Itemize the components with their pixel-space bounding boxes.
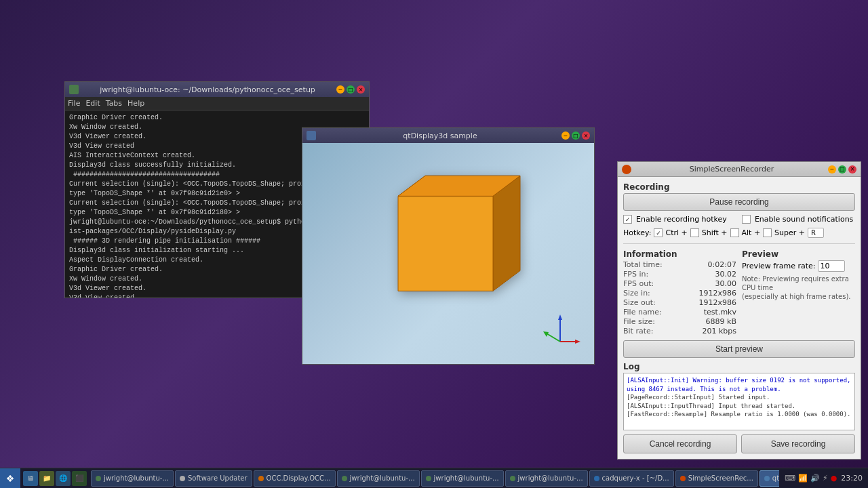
taskbar-app-qtdisplay[interactable]: qtDisplay3d sam... (760, 470, 779, 487)
ssr-preview-rate-row: Preview frame rate: 10 (742, 260, 855, 272)
ssr-close-btn[interactable]: × (848, 165, 856, 174)
desktop: jwright@lubuntu-oce: ~/Downloads/pythono… (0, 0, 868, 488)
ssr-minimize-btn[interactable]: ─ (828, 165, 836, 174)
viewer-window-buttons: ─ □ × (561, 131, 590, 140)
ssr-app-icon (622, 165, 631, 174)
taskbar-sys-icons: ⌨ 📶 🔊 ⚡ ● (785, 474, 837, 483)
taskbar-app-cadquery-label: cadquery-x - [~/D... (602, 474, 669, 482)
ssr-bottom-buttons: Cancel recording Save recording (623, 434, 855, 453)
taskbar-app-terminal2[interactable]: jwright@lubuntu-... (337, 470, 420, 487)
ssr-size-in-value: 1912x986 (699, 289, 737, 298)
taskbar-app-terminal4-icon (510, 476, 515, 481)
ssr-enable-hotkey-label: Enable recording hotkey (636, 215, 727, 224)
taskbar-app-terminal1[interactable]: jwright@lubuntu-... (91, 470, 174, 487)
ssr-log-label: Log (623, 362, 855, 371)
taskbar-app-ssr[interactable]: SimpleScreenRec... (675, 470, 758, 487)
ssr-file-name-label: File name: (623, 308, 662, 317)
taskbar-app-occ[interactable]: OCC.Display.OCC... (254, 470, 336, 487)
ssr-total-time-label: Total time: (623, 260, 663, 269)
taskbar-network-icon: 📶 (798, 474, 808, 483)
ssr-preview-rate-label: Preview frame rate: (742, 262, 815, 270)
terminal-close-btn[interactable]: × (357, 85, 365, 94)
terminal-menu-help[interactable]: Help (127, 99, 144, 108)
viewer-minimize-btn[interactable]: ─ (561, 131, 570, 140)
ssr-log-line-3: [ALSAInput::InputThread] Input thread st… (627, 402, 852, 411)
ssr-preview-note: Note: Previewing requires extra CPU time… (742, 274, 855, 301)
ssr-bit-rate-label: Bit rate: (623, 327, 653, 336)
terminal-icon (69, 85, 79, 94)
taskbar-app-terminal4[interactable]: jwright@lubuntu-... (505, 470, 588, 487)
taskbar-app-ssr-label: SimpleScreenRec... (688, 474, 753, 482)
ssr-preview-label: Preview (742, 249, 855, 259)
ssr-size-out-value: 1912x986 (699, 298, 737, 307)
ssr-size-out-row: Size out: 1912x986 (623, 298, 736, 307)
ssr-fps-out-value: 30.00 (715, 279, 737, 288)
taskbar-app-qtdisplay-label: qtDisplay3d sam... (772, 474, 779, 482)
viewer-maximize-btn[interactable]: □ (572, 131, 580, 140)
terminal-titlebar[interactable]: jwright@lubuntu-oce: ~/Downloads/pythono… (65, 82, 369, 97)
ssr-start-preview-button[interactable]: Start preview (623, 340, 855, 358)
taskbar-app-cadquery[interactable]: cadquery-x - [~/D... (589, 470, 674, 487)
ssr-alt-checkbox[interactable] (730, 228, 739, 237)
taskbar-app-terminal3[interactable]: jwright@lubuntu-... (421, 470, 504, 487)
ssr-log-line-1: [ALSAInput::Init] Warning: buffer size 0… (627, 376, 852, 393)
ssr-shift-checkbox[interactable] (690, 228, 699, 237)
ssr-window-buttons: ─ □ × (828, 165, 856, 174)
ssr-maximize-btn[interactable]: □ (838, 165, 846, 174)
taskbar-app-updater-icon (180, 476, 185, 481)
ssr-window: SimpleScreenRecorder ─ □ × Recording Pau… (617, 161, 861, 460)
viewer-close-btn[interactable]: × (582, 131, 590, 140)
taskbar-app-ssr-icon (680, 476, 686, 481)
ssr-size-in-row: Size in: 1912x986 (623, 289, 736, 298)
taskbar-app-updater[interactable]: Software Updater (175, 470, 252, 487)
terminal-minimize-btn[interactable]: ─ (336, 85, 344, 94)
taskbar-time: 23:20 (841, 474, 863, 483)
taskbar-terminal-icon[interactable]: ⬛ (72, 471, 87, 486)
3d-box (344, 155, 534, 333)
taskbar-browser-icon[interactable]: 🌐 (56, 471, 71, 486)
ssr-titlebar[interactable]: SimpleScreenRecorder ─ □ × (618, 162, 861, 177)
terminal-menu-edit[interactable]: Edit (85, 99, 100, 108)
terminal-maximize-btn[interactable]: □ (347, 85, 355, 94)
ssr-preview-rate-select[interactable]: 10 (818, 260, 845, 272)
ssr-enable-sound-checkbox[interactable] (742, 215, 751, 224)
ssr-divider-1 (623, 243, 855, 244)
taskbar-file-manager-icon[interactable]: 📁 (39, 471, 54, 486)
viewer-window: qtDisplay3d sample ─ □ × (302, 127, 595, 365)
terminal-window-buttons: ─ □ × (336, 85, 365, 94)
ssr-alt-label: Alt + (742, 228, 761, 237)
taskbar-quick-launch: 🖥 📁 🌐 ⬛ (20, 471, 90, 486)
ssr-recording-label: Recording (623, 182, 855, 192)
terminal-menubar: File Edit Tabs Help (65, 97, 369, 110)
ssr-total-time-row: Total time: 0:02:07 (623, 260, 736, 269)
ssr-pause-recording-button[interactable]: Pause recording (623, 193, 855, 211)
ssr-log-line-2: [PageRecord::StartInput] Started input. (627, 393, 852, 402)
taskbar-app-qtdisplay-icon (764, 476, 770, 481)
ssr-cancel-recording-button[interactable]: Cancel recording (623, 434, 737, 453)
ssr-bit-rate-row: Bit rate: 201 kbps (623, 327, 736, 336)
taskbar-app-terminal3-icon (426, 476, 431, 481)
viewer-titlebar[interactable]: qtDisplay3d sample ─ □ × (302, 128, 594, 143)
ssr-hotkey-label: Hotkey: (623, 228, 651, 237)
ssr-enable-hotkey-checkbox[interactable] (623, 215, 632, 224)
ssr-ctrl-checkbox[interactable] (654, 228, 663, 237)
ssr-save-recording-button[interactable]: Save recording (741, 434, 855, 453)
terminal-menu-tabs[interactable]: Tabs (106, 99, 122, 108)
taskbar-app-occ-icon (258, 476, 264, 481)
ssr-log-line-4: [FastRecord::Resample] Resample ratio is… (627, 410, 852, 419)
ssr-file-name-row: File name: test.mkv (623, 308, 736, 317)
taskbar-volume-icon: 🔊 (810, 474, 820, 483)
taskbar-app-terminal3-label: jwright@lubuntu-... (434, 474, 499, 482)
ssr-fps-in-value: 30.02 (715, 270, 737, 279)
taskbar-start-button[interactable]: ❖ (0, 468, 20, 489)
ssr-key-select[interactable]: R (808, 228, 824, 238)
taskbar-battery-icon: ⚡ (823, 474, 828, 483)
viewer-3d-content[interactable] (302, 143, 594, 364)
ssr-fps-in-row: FPS in: 30.02 (623, 270, 736, 279)
terminal-menu-file[interactable]: File (68, 99, 80, 108)
taskbar-app-updater-label: Software Updater (188, 474, 248, 482)
taskbar: ❖ 🖥 📁 🌐 ⬛ jwright@lubuntu-... Software U… (0, 468, 868, 488)
ssr-super-checkbox[interactable] (763, 228, 772, 237)
taskbar-show-desktop-icon[interactable]: 🖥 (23, 471, 38, 486)
ssr-shift-label: Shift + (702, 228, 728, 237)
